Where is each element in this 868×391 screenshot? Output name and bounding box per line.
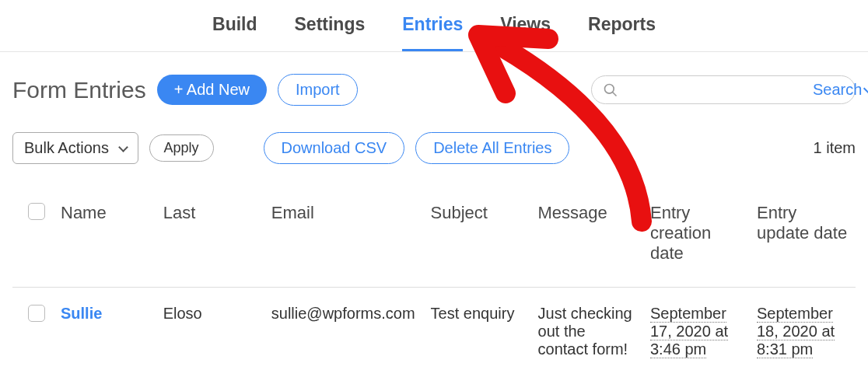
- svg-point-0: [605, 84, 614, 93]
- search-icon: [603, 82, 618, 98]
- svg-line-1: [613, 92, 617, 96]
- import-button[interactable]: Import: [278, 74, 358, 106]
- column-header-subject[interactable]: Subject: [423, 192, 530, 288]
- search-dropdown-label: Search: [813, 81, 862, 99]
- search-box: Search: [591, 75, 856, 104]
- select-all-checkbox[interactable]: [28, 203, 45, 220]
- plus-icon: +: [174, 81, 184, 98]
- apply-button[interactable]: Apply: [149, 134, 214, 162]
- column-header-email[interactable]: Email: [264, 192, 423, 288]
- column-header-creation[interactable]: Entry creation date: [642, 192, 749, 288]
- tab-reports[interactable]: Reports: [588, 14, 656, 51]
- bulk-actions-select[interactable]: Bulk Actions: [12, 132, 138, 164]
- page-title: Form Entries: [12, 77, 146, 103]
- tab-build[interactable]: Build: [212, 14, 257, 51]
- tab-views[interactable]: Views: [500, 14, 551, 51]
- action-row: Bulk Actions Apply Download CSV Delete A…: [0, 106, 868, 164]
- top-nav: Build Settings Entries Views Reports: [0, 0, 868, 52]
- entries-table: Name Last Email Subject Message Entry cr…: [12, 192, 856, 375]
- chevron-down-icon: [863, 83, 868, 94]
- column-header-name[interactable]: Name: [53, 192, 156, 288]
- search-dropdown[interactable]: Search: [805, 81, 868, 99]
- row-checkbox[interactable]: [28, 305, 45, 322]
- entry-name-link[interactable]: Sullie: [61, 305, 102, 322]
- add-new-label: Add New: [187, 81, 250, 98]
- entry-last: Eloso: [156, 288, 264, 376]
- chevron-down-icon: [118, 142, 128, 152]
- column-header-last[interactable]: Last: [156, 192, 264, 288]
- item-count: 1 item: [814, 139, 856, 157]
- search-input[interactable]: [625, 82, 805, 98]
- add-new-button[interactable]: + Add New: [157, 75, 267, 105]
- entry-creation-date: September 17, 2020 at 3:46 pm: [650, 305, 728, 358]
- tab-settings[interactable]: Settings: [295, 14, 366, 51]
- header-row: Form Entries + Add New Import Search: [0, 52, 868, 106]
- column-header-message[interactable]: Message: [530, 192, 642, 288]
- entry-update-date: September 18, 2020 at 8:31 pm: [757, 305, 835, 358]
- table-row: Sullie Eloso sullie@wpforms.com Test enq…: [12, 288, 856, 376]
- entry-subject: Test enquiry: [423, 288, 530, 376]
- entry-message: Just checking out the contact form!: [530, 288, 642, 376]
- column-header-update[interactable]: Entry update date: [749, 192, 856, 288]
- delete-all-button[interactable]: Delete All Entries: [415, 132, 569, 164]
- tab-entries[interactable]: Entries: [402, 14, 463, 51]
- entry-email: sullie@wpforms.com: [264, 288, 423, 376]
- bulk-actions-label: Bulk Actions: [24, 139, 109, 156]
- download-csv-button[interactable]: Download CSV: [264, 132, 405, 164]
